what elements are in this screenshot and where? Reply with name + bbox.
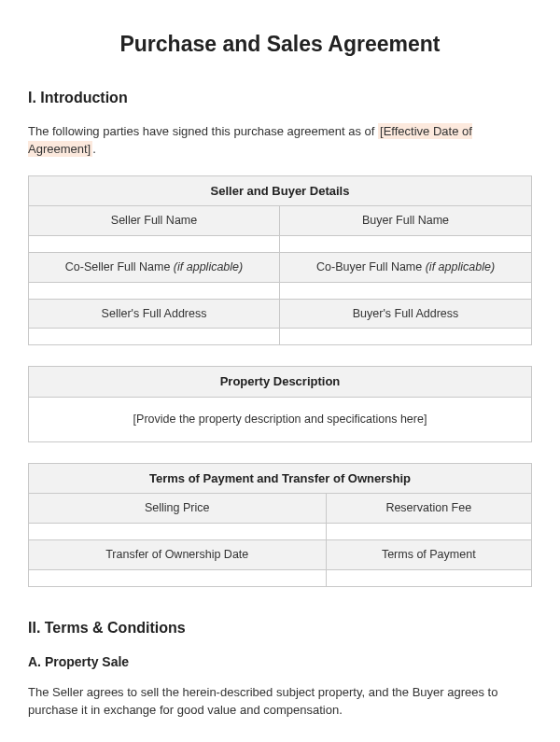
- document-title: Purchase and Sales Agreement: [28, 28, 532, 61]
- subsection-property-sale-heading: A. Property Sale: [28, 652, 532, 672]
- table-title-property-description: Property Description: [29, 367, 532, 398]
- buyer-address-field[interactable]: [280, 329, 532, 345]
- transfer-date-field[interactable]: [29, 569, 327, 586]
- seller-address-label: Seller's Full Address: [29, 299, 280, 329]
- co-seller-label-text: Co-Seller Full Name: [65, 260, 174, 273]
- property-sale-paragraph: The Seller agrees to sell the herein-des…: [28, 683, 532, 720]
- seller-address-field[interactable]: [29, 329, 280, 345]
- property-description-table: Property Description [Provide the proper…: [28, 366, 532, 441]
- co-seller-name-label: Co-Seller Full Name (if applicable): [29, 252, 280, 282]
- terms-payment-field[interactable]: [326, 569, 532, 586]
- selling-price-field[interactable]: [29, 523, 327, 539]
- terms-payment-label: Terms of Payment: [326, 539, 532, 569]
- section-terms-heading: II. Terms & Conditions: [28, 617, 532, 639]
- buyer-address-label: Buyer's Full Address: [280, 299, 532, 329]
- terms-payment-table: Terms of Payment and Transfer of Ownersh…: [28, 463, 532, 587]
- table-title-terms-payment: Terms of Payment and Transfer of Ownersh…: [29, 463, 532, 494]
- co-seller-name-field[interactable]: [29, 282, 280, 299]
- seller-name-label: Seller Full Name: [29, 206, 280, 236]
- buyer-name-label: Buyer Full Name: [280, 206, 532, 236]
- seller-buyer-details-table: Seller and Buyer Details Seller Full Nam…: [28, 175, 532, 346]
- table-title-seller-buyer: Seller and Buyer Details: [29, 175, 532, 206]
- co-seller-italic: (if applicable): [174, 260, 243, 273]
- intro-paragraph: The following parties have signed this p…: [28, 122, 532, 159]
- seller-name-field[interactable]: [29, 235, 280, 252]
- intro-text-before: The following parties have signed this p…: [28, 124, 378, 138]
- co-buyer-label-text: Co-Buyer Full Name: [316, 260, 426, 273]
- reservation-fee-label: Reservation Fee: [326, 494, 532, 524]
- co-buyer-name-label: Co-Buyer Full Name (if applicable): [280, 252, 532, 282]
- property-description-field[interactable]: [Provide the property description and sp…: [29, 397, 532, 441]
- reservation-fee-field[interactable]: [326, 523, 532, 539]
- buyer-name-field[interactable]: [280, 235, 532, 252]
- transfer-date-label: Transfer of Ownership Date: [29, 539, 327, 569]
- section-introduction-heading: I. Introduction: [28, 87, 532, 109]
- co-buyer-italic: (if applicable): [426, 260, 495, 273]
- selling-price-label: Selling Price: [29, 494, 327, 524]
- intro-text-after: .: [92, 142, 96, 156]
- co-buyer-name-field[interactable]: [280, 282, 532, 299]
